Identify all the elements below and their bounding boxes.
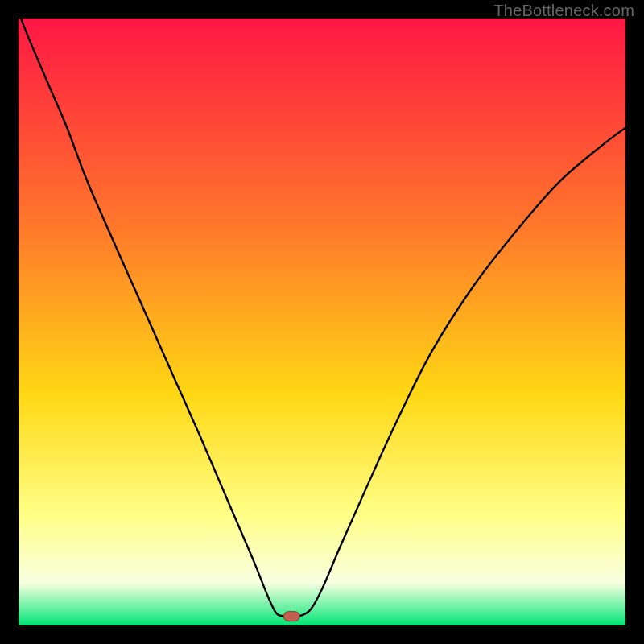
bottleneck-chart <box>19 19 625 625</box>
gradient-background <box>19 19 625 625</box>
chart-frame: TheBottleneck.com <box>0 0 644 644</box>
attribution-label: TheBottleneck.com <box>493 2 634 20</box>
optimal-marker <box>283 612 299 621</box>
